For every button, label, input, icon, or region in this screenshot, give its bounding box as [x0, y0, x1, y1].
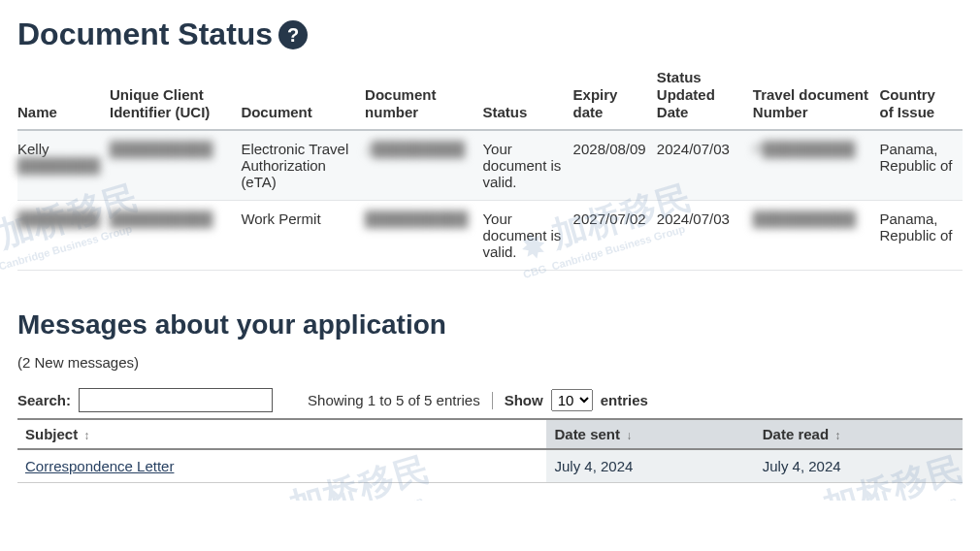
divider [492, 392, 493, 409]
table-row: Correspondence Letter July 4, 2024 July … [17, 449, 963, 483]
col-name: Name [17, 61, 110, 130]
cell-date-read: July 4, 2024 [755, 449, 963, 483]
table-header-row: Subject ↕ Date sent ↓ Date read ↕ [17, 419, 963, 449]
cell-status: Your document is valid. [482, 130, 572, 201]
sort-desc-icon: ↓ [626, 429, 632, 442]
cell-doc-number: ██████████ [365, 201, 482, 271]
cell-updated: 2024/07/03 [657, 130, 753, 201]
table-row: Kelly ████████ ██████████ Electronic Tra… [17, 130, 963, 201]
col-travel-doc: Travel document Number [753, 61, 880, 130]
col-expiry: Expiry date [573, 61, 657, 130]
col-subject[interactable]: Subject ↕ [17, 419, 546, 449]
messages-controls: Search: Showing 1 to 5 of 5 entries Show… [17, 388, 963, 412]
document-status-title-text: Document Status [17, 17, 273, 51]
show-label: Show [505, 392, 543, 408]
sort-both-icon: ↕ [83, 429, 89, 442]
cell-status: Your document is valid. [482, 201, 572, 271]
document-status-table: Name Unique Client Identifier (UCI) Docu… [17, 61, 963, 271]
cell-expiry: 2027/07/02 [573, 201, 657, 271]
sort-both-icon: ↕ [834, 429, 840, 442]
search-input[interactable] [79, 388, 273, 412]
messages-heading: Messages about your application [17, 309, 963, 340]
col-uci: Unique Client Identifier (UCI) [110, 61, 241, 130]
col-doc-number: Document number [365, 61, 482, 130]
col-country: Country of Issue [879, 61, 963, 130]
entries-per-page-select[interactable]: 10 [551, 389, 593, 411]
cell-travel-doc: ██████████ [753, 201, 880, 271]
cell-subject: Correspondence Letter [17, 449, 546, 483]
cell-doc-number: J█████████ [365, 130, 482, 201]
messages-table: Subject ↕ Date sent ↓ Date read ↕ Corres… [17, 418, 963, 483]
help-icon[interactable]: ? [278, 20, 308, 49]
search-label: Search: [17, 392, 71, 408]
cell-name: ████████ [17, 201, 110, 271]
showing-entries-text: Showing 1 to 5 of 5 entries [308, 392, 480, 408]
cell-document: Work Permit [241, 201, 365, 271]
cell-date-sent: July 4, 2024 [546, 449, 754, 483]
document-status-heading: Document Status ? [17, 17, 963, 51]
col-date-sent[interactable]: Date sent ↓ [546, 419, 754, 449]
cell-expiry: 2028/08/09 [573, 130, 657, 201]
col-updated: Status Updated Date [657, 61, 753, 130]
table-row: ████████ ██████████ Work Permit ████████… [17, 201, 963, 271]
cell-country: Panama, Republic of [879, 130, 963, 201]
messages-new-count: (2 New messages) [17, 354, 963, 371]
col-document: Document [241, 61, 365, 130]
col-status: Status [482, 61, 572, 130]
table-header-row: Name Unique Client Identifier (UCI) Docu… [17, 61, 963, 130]
entries-label: entries [601, 392, 648, 408]
cell-country: Panama, Republic of [879, 201, 963, 271]
cell-document: Electronic Travel Authorization (eTA) [241, 130, 365, 201]
cell-uci: ██████████ [110, 130, 241, 201]
cell-uci: ██████████ [110, 201, 241, 271]
message-link[interactable]: Correspondence Letter [25, 458, 174, 474]
cell-name: Kelly ████████ [17, 130, 110, 201]
cell-updated: 2024/07/03 [657, 201, 753, 271]
col-date-read[interactable]: Date read ↕ [755, 419, 963, 449]
cell-travel-doc: P█████████ [753, 130, 880, 201]
